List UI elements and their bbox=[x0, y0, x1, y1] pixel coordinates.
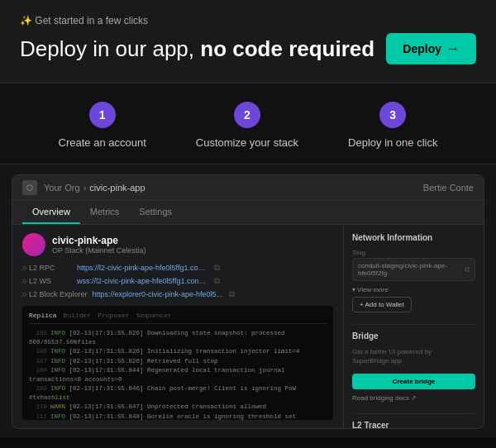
add-wallet-label: + Add to Wallet bbox=[360, 301, 404, 308]
read-docs-link[interactable]: Read bridging docs ↗ bbox=[352, 394, 475, 402]
read-docs-text: Read bridging docs bbox=[352, 394, 409, 402]
link-row-rpc: ○ L2 RPC https://l2-civic-pink-ape-hfe0l… bbox=[22, 263, 333, 273]
steps-row: 1 Create an account 2 Customize your sta… bbox=[0, 83, 496, 164]
step-3-number: 3 bbox=[389, 108, 396, 122]
terminal-line-107: 107INFO [02-13|17:31:55.826] Retrieved f… bbox=[29, 357, 327, 366]
divider-1 bbox=[352, 324, 475, 325]
top-banner: ✨ Get started in a few clicks Deploy in … bbox=[0, 0, 496, 83]
banner-row: Deploy in our app, no code required Depl… bbox=[20, 33, 476, 64]
terminal-tab-proposer[interactable]: Proposer bbox=[98, 311, 129, 320]
breadcrumb-org[interactable]: Your Org bbox=[44, 183, 80, 193]
terminal: Replica Builder Proposer Sequencer 105IN… bbox=[22, 306, 333, 420]
title-bold: no code required bbox=[200, 36, 374, 61]
app-screenshot-area: ⬡ Your Org › civic-pink-app Bertie Conte… bbox=[0, 164, 496, 437]
topbar-left: ⬡ Your Org › civic-pink-app bbox=[22, 180, 145, 195]
link-value-rpc: https://l2-civic-pink-ape-hfe0l5ffg1.con… bbox=[77, 264, 209, 272]
app-window: ⬡ Your Org › civic-pink-app Bertie Conte… bbox=[12, 174, 484, 429]
bridge-section: Bridge Get a better UI powered by SuperB… bbox=[352, 331, 475, 402]
deploy-button[interactable]: Deploy → bbox=[386, 33, 476, 64]
window-tabs: Overview Metrics Settings bbox=[12, 201, 484, 225]
view-more-text: View more bbox=[357, 286, 389, 293]
app-avatar bbox=[22, 233, 45, 256]
add-to-wallet-button[interactable]: + Add to Wallet bbox=[352, 297, 412, 312]
terminal-tab-builder[interactable]: Builder bbox=[64, 311, 92, 320]
link-row-explorer: ○ L2 Block Explorer https://explorer0-ci… bbox=[22, 289, 333, 299]
step-2-number: 2 bbox=[244, 108, 250, 122]
link-label-explorer: ○ L2 Block Explorer bbox=[22, 290, 87, 298]
terminal-line-109: 109INFO [02-13|17:31:55.846] Chain post-… bbox=[29, 384, 327, 402]
step-1-circle: 1 bbox=[89, 102, 116, 128]
step-3: 3 Deploy in one click bbox=[348, 102, 437, 149]
link-value-ws: wss://l2-civic-pink-ape-hfe0l5ffg1.condu… bbox=[77, 277, 209, 285]
app-links: ○ L2 RPC https://l2-civic-pink-ape-hfe0l… bbox=[22, 263, 333, 299]
link-label-rpc: ○ L2 RPC bbox=[22, 264, 72, 272]
tab-overview[interactable]: Overview bbox=[22, 201, 80, 224]
link-label-ws: ○ L2 WS bbox=[22, 277, 72, 285]
deploy-label: Deploy bbox=[403, 42, 441, 55]
app-name: civic-pink-ape bbox=[52, 235, 333, 246]
link-value-explorer: https://explorer0-civic-pink-ape-hfe0l5f… bbox=[92, 290, 224, 298]
app-header: civic-pink-ape OP Stack (Mainnet Celesti… bbox=[22, 233, 333, 256]
terminal-line-110: 110WARN [02-13|17:31:55.847] Unprotected… bbox=[29, 403, 327, 412]
step-2-label: Customize your stack bbox=[196, 136, 298, 149]
app-logo-icon: ⬡ bbox=[22, 180, 37, 195]
step-1-number: 1 bbox=[99, 108, 106, 122]
title-start: Deploy in our app, bbox=[20, 36, 200, 61]
copy-icon-rpc[interactable]: ⧉ bbox=[214, 263, 220, 273]
right-panel: Network Information Slug conduit-staging… bbox=[343, 225, 484, 428]
copy-icon-ws[interactable]: ⧉ bbox=[214, 276, 220, 286]
external-link-icon: ↗ bbox=[411, 394, 417, 402]
chevron-down-icon: ▾ bbox=[352, 286, 355, 293]
network-info-title: Network Information bbox=[352, 233, 475, 242]
banner-subtitle: ✨ Get started in a few clicks bbox=[20, 15, 476, 26]
left-panel: civic-pink-ape OP Stack (Mainnet Celesti… bbox=[12, 225, 343, 428]
bridge-title: Bridge bbox=[352, 331, 475, 341]
terminal-line-105: 105INFO [02-13|17:31:55.826] Downloading… bbox=[29, 329, 327, 346]
step-1-label: Create an account bbox=[59, 136, 146, 149]
window-topbar: ⬡ Your Org › civic-pink-app Bertie Conte bbox=[12, 175, 484, 201]
terminal-tab-replica[interactable]: Replica bbox=[29, 311, 57, 320]
slug-value-box: conduit-staging/civic-pink-ape-hfe0l5f2f… bbox=[352, 258, 475, 281]
deploy-arrow-icon: → bbox=[446, 41, 460, 56]
copy-icon-explorer[interactable]: ⧉ bbox=[229, 289, 235, 299]
subtitle-text: ✨ Get started in a few clicks bbox=[20, 15, 148, 26]
create-bridge-button[interactable]: Create bridge bbox=[352, 374, 475, 389]
terminal-tab-sequencer[interactable]: Sequencer bbox=[136, 311, 172, 320]
terminal-line-108: 108INFO [02-13|17:31:55.844] Regenerated… bbox=[29, 366, 327, 384]
slug-field: Slug conduit-staging/civic-pink-ape-hfe0… bbox=[352, 249, 475, 281]
tracer-section: L2 Tracer Trace transactions from L2 Tra… bbox=[352, 421, 475, 428]
bridge-desc: Get a better UI powered by SuperBridge.a… bbox=[352, 347, 475, 365]
link-row-ws: ○ L2 WS wss://l2-civic-pink-ape-hfe0l5ff… bbox=[22, 276, 333, 286]
user-name: Bertie Conte bbox=[423, 183, 474, 193]
terminal-tabs: Replica Builder Proposer Sequencer bbox=[29, 311, 327, 324]
view-more-link[interactable]: ▾ View more bbox=[352, 286, 475, 293]
app-info: civic-pink-ape OP Stack (Mainnet Celesti… bbox=[52, 235, 333, 255]
divider-2 bbox=[352, 413, 475, 414]
window-content: civic-pink-ape OP Stack (Mainnet Celesti… bbox=[12, 225, 484, 428]
breadcrumb-app[interactable]: civic-pink-app bbox=[89, 183, 145, 193]
step-1: 1 Create an account bbox=[59, 102, 146, 149]
step-2-circle: 2 bbox=[234, 102, 260, 128]
slug-copy-icon[interactable]: ⧉ bbox=[465, 265, 470, 274]
step-3-label: Deploy in one click bbox=[348, 136, 437, 149]
breadcrumb: Your Org › civic-pink-app bbox=[44, 183, 145, 193]
app-tag: OP Stack (Mainnet Celestia) bbox=[52, 246, 333, 255]
terminal-line-111: 111INFO [02-13|17:31:55.848] Gorelie ora… bbox=[29, 412, 327, 420]
network-info-section: Network Information Slug conduit-staging… bbox=[352, 233, 475, 312]
terminal-line-106: 106INFO [02-13|17:31:55.826] Initializin… bbox=[29, 347, 327, 356]
step-3-circle: 3 bbox=[379, 102, 406, 128]
slug-value: conduit-staging/civic-pink-ape-hfe0l5f2f… bbox=[358, 262, 465, 277]
create-bridge-label: Create bridge bbox=[393, 378, 436, 385]
breadcrumb-sep: › bbox=[83, 183, 87, 193]
step-2: 2 Customize your stack bbox=[196, 102, 298, 149]
banner-title: Deploy in our app, no code required bbox=[20, 36, 374, 62]
tab-metrics[interactable]: Metrics bbox=[80, 201, 129, 224]
tab-settings[interactable]: Settings bbox=[129, 201, 182, 224]
tracer-title: L2 Tracer bbox=[352, 421, 475, 428]
slug-label: Slug bbox=[352, 249, 475, 256]
